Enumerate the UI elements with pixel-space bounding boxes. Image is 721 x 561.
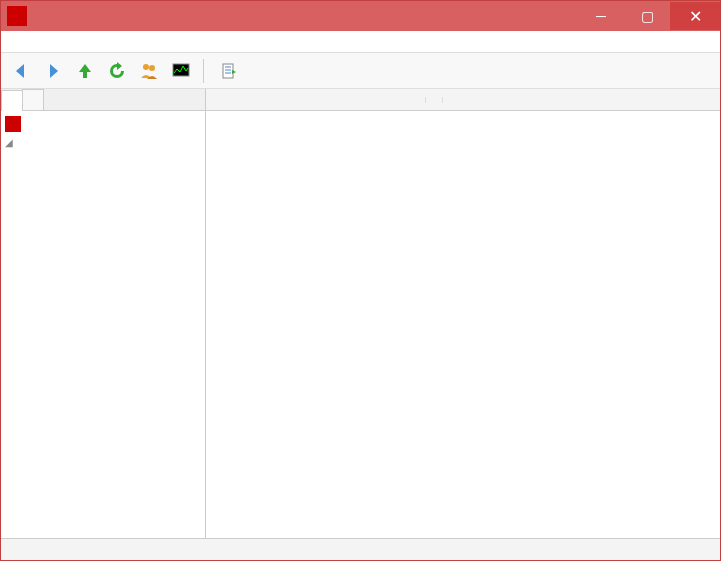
users-icon[interactable] [135,57,163,85]
app-icon [7,6,27,26]
maximize-button[interactable]: ▢ [624,2,670,30]
status-left [1,542,703,558]
svg-point-0 [143,64,149,70]
tab-menu[interactable] [1,90,23,111]
report-button[interactable] [212,57,252,85]
menu-file[interactable] [5,40,17,44]
menu-favorites[interactable] [53,40,65,44]
tab-favorites[interactable] [22,89,44,110]
titlebar: ─ ▢ ✕ [1,1,720,31]
status-icon [7,542,23,558]
back-button[interactable] [7,57,35,85]
svg-point-1 [149,65,155,71]
column-value[interactable] [426,97,443,103]
tree-node-server[interactable]: ◢ [3,133,203,151]
close-button[interactable]: ✕ [670,2,720,30]
menu-tools[interactable] [69,40,81,44]
up-button[interactable] [71,57,99,85]
content-area: ◢ [1,89,720,538]
folder-icon [17,134,33,150]
column-field[interactable] [206,97,426,103]
report-icon [220,62,238,80]
list-body [206,111,720,538]
left-tabs [1,89,205,111]
statusbar [1,538,720,560]
forward-button[interactable] [39,57,67,85]
tree-label [35,141,41,143]
tree-root[interactable] [3,115,203,133]
collapse-icon[interactable]: ◢ [3,137,15,148]
menu-view[interactable] [21,40,33,44]
svg-rect-3 [223,64,233,78]
list-group[interactable] [206,113,720,133]
minimize-button[interactable]: ─ [578,2,624,30]
menubar [1,31,720,53]
monitor-icon[interactable] [167,57,195,85]
app-window: ─ ▢ ✕ [0,0,721,561]
toolbar [1,53,720,89]
right-pane [206,89,720,538]
menu-report[interactable] [37,40,49,44]
list-header [206,89,720,111]
group-icon [212,115,228,131]
refresh-button[interactable] [103,57,131,85]
tree-view[interactable]: ◢ [1,111,205,538]
left-pane: ◢ [1,89,206,538]
toolbar-separator [203,59,204,83]
menu-help[interactable] [85,40,97,44]
app-badge-icon [5,116,21,132]
